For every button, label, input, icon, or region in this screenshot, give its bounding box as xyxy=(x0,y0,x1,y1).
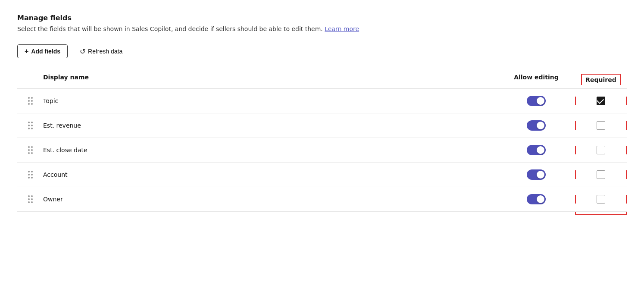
fields-table: Display name Allow editing Required Topi… xyxy=(17,70,627,215)
allow-editing-toggle[interactable] xyxy=(527,96,546,106)
refresh-data-button[interactable]: ↺ Refresh data xyxy=(75,45,128,58)
required-cell xyxy=(575,170,627,179)
page-title: Manage fields xyxy=(17,14,627,22)
allow-editing-toggle[interactable] xyxy=(527,169,546,180)
allow-editing-toggle[interactable] xyxy=(527,120,546,131)
drag-handle[interactable] xyxy=(17,97,43,105)
toggle-cell xyxy=(497,194,575,204)
allow-editing-toggle[interactable] xyxy=(527,194,546,204)
header-required: Required xyxy=(585,76,616,83)
required-cell xyxy=(575,146,627,154)
drag-handle[interactable] xyxy=(17,146,43,154)
required-checkbox[interactable] xyxy=(597,97,605,105)
field-name: Topic xyxy=(43,97,497,104)
plus-icon: + xyxy=(25,47,28,55)
refresh-icon: ↺ xyxy=(80,47,85,56)
required-checkbox[interactable] xyxy=(597,195,605,204)
learn-more-link[interactable]: Learn more xyxy=(325,25,359,32)
header-allow-editing: Allow editing xyxy=(497,74,575,85)
toolbar: + Add fields ↺ Refresh data xyxy=(17,44,627,58)
required-checkbox[interactable] xyxy=(597,170,605,179)
field-name: Est. close date xyxy=(43,147,497,154)
header-drag xyxy=(17,74,43,85)
toggle-cell xyxy=(497,96,575,106)
toggle-cell xyxy=(497,169,575,180)
required-cell xyxy=(575,97,627,105)
required-checkbox[interactable] xyxy=(597,146,605,154)
field-name: Owner xyxy=(43,196,497,203)
table-row: Topic xyxy=(17,89,627,113)
table-row: Account xyxy=(17,163,627,187)
required-cell xyxy=(575,195,627,204)
table-row: Est. close date xyxy=(17,138,627,163)
toggle-cell xyxy=(497,145,575,155)
table-row: Est. revenue xyxy=(17,113,627,138)
required-checkbox[interactable] xyxy=(597,121,605,130)
allow-editing-toggle[interactable] xyxy=(527,145,546,155)
drag-handle[interactable] xyxy=(17,122,43,129)
header-required-wrapper: Required xyxy=(581,74,620,85)
page-header: Manage fields Select the fields that wil… xyxy=(17,14,627,32)
page-description: Select the fields that will be shown in … xyxy=(17,25,627,32)
add-fields-button[interactable]: + Add fields xyxy=(17,44,68,58)
drag-handle[interactable] xyxy=(17,195,43,203)
required-cell xyxy=(575,121,627,130)
drag-handle[interactable] xyxy=(17,171,43,179)
field-name: Est. revenue xyxy=(43,122,497,129)
field-name: Account xyxy=(43,171,497,178)
table-header: Display name Allow editing Required xyxy=(17,70,627,89)
table-footer xyxy=(17,212,627,215)
table-row: Owner xyxy=(17,187,627,212)
header-display-name: Display name xyxy=(43,74,497,85)
page-container: Manage fields Select the fields that wil… xyxy=(0,0,644,307)
toggle-cell xyxy=(497,120,575,131)
required-column-bottom-border xyxy=(575,212,627,215)
